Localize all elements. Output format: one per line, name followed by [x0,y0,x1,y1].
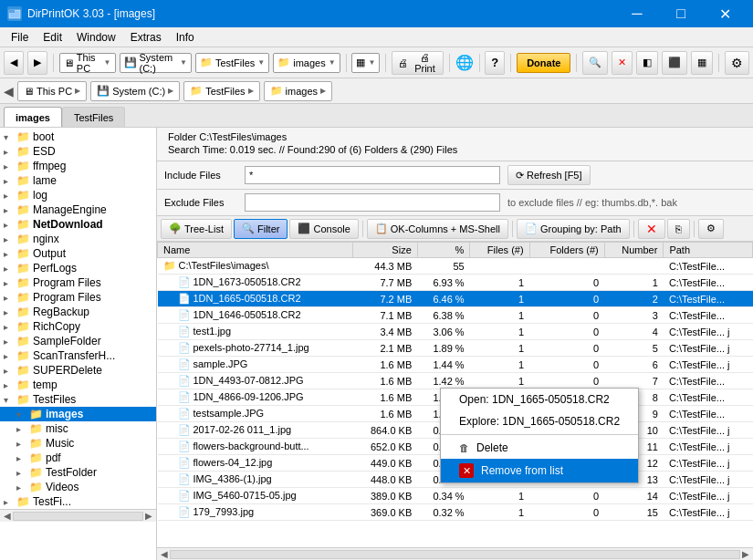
table-row[interactable]: 📄test1.jpg3.4 MB3.06 %104C:\TestFile... … [158,324,753,340]
folder-icon: 📁 [16,262,30,275]
table-row[interactable]: 📄sample.JPG1.6 MB1.44 %106C:\TestFile...… [158,357,753,373]
tree-item[interactable]: ▸📁Videos [0,480,156,494]
exclude-files-input[interactable] [245,193,500,212]
view-dropdown[interactable]: ▦ ▼ [351,53,380,73]
ctx-explore[interactable]: Explore: 1DN_1665-050518.CR2 [441,410,638,432]
search-button[interactable]: 🔍 [582,51,608,75]
tree-item[interactable]: ▸📁RegBackup [0,305,156,319]
minimize-button[interactable]: ─ [616,0,658,27]
ctx-delete[interactable]: 🗑 Delete [441,437,638,459]
ctx-remove[interactable]: ✕ Remove from list [441,459,638,482]
tree-scroll-left[interactable]: ◀ [4,511,11,521]
tree-item[interactable]: ▸📁SampleFolder [0,334,156,348]
tree-item[interactable]: ▸📁log [0,188,156,202]
back-button[interactable]: ◀ [4,51,24,75]
tree-item[interactable]: ▸📁PerfLogs [0,261,156,275]
menu-extras[interactable]: Extras [123,29,169,46]
tree-item[interactable]: ▸📁ScanTransferH... [0,348,156,363]
stop-button[interactable]: ✕ [612,51,633,75]
folder-icon: 📁 [29,481,43,493]
maximize-button[interactable]: □ [660,0,702,27]
expand-icon: ▸ [4,307,16,317]
table-row[interactable]: 📄1DN_1646-050518.CR27.1 MB6.38 %103C:\Te… [158,307,753,324]
extra-button[interactable]: ⚙ [725,51,749,75]
folder-icon: 📁 [16,218,30,231]
hscroll-right[interactable]: ▶ [742,549,749,559]
tree-item[interactable]: ▸📁temp [0,378,156,392]
col-files[interactable]: Files (#) [470,243,529,258]
refresh-button[interactable]: ⟳ Refresh [F5] [507,165,591,185]
col-pct[interactable]: % [417,243,469,258]
tree-item[interactable]: ▾📁images [0,407,156,421]
ok-columns-button[interactable]: 📋 OK-Columns + MS-Shell [367,219,508,239]
tree-item[interactable]: ▸📁lame [0,173,156,188]
tree-item[interactable]: ▸📁Music [0,436,156,451]
col-number[interactable]: Number [604,243,664,258]
console-button[interactable]: ⬛ Console [289,219,358,239]
menu-window[interactable]: Window [69,29,123,46]
copy-button[interactable]: ⎘ [667,219,690,239]
filter-button[interactable]: 🔍 Filter [234,219,288,239]
table-row[interactable]: 📁C:\TestFiles\images\44.3 MB55C:\TestFil… [158,258,753,275]
hscroll-left[interactable]: ◀ [161,549,168,559]
tree-item[interactable]: ▸📁misc [0,421,156,436]
tree-item[interactable]: ▸📁Program Files [0,275,156,290]
tree-list-button[interactable]: 🌳 Tree-List [161,219,232,239]
tree-item[interactable]: ▸📁NetDownload [0,217,156,232]
images-segment[interactable]: 📁 images ▶ [264,81,332,101]
thispc-segment[interactable]: 🖥 This PC ▶ [17,81,87,101]
systemc-segment[interactable]: 💾 System (C:) ▶ [90,81,180,101]
table-row[interactable]: 📄pexels-photo-27714_1.jpg2.1 MB1.89 %105… [158,340,753,357]
tree-item[interactable]: ▾📁TestFiles [0,392,156,407]
table-row[interactable]: 📄1DN_4493-07-0812.JPG1.6 MB1.42 %107C:\T… [158,373,753,389]
close-button[interactable]: ✕ [704,0,746,27]
tree-item[interactable]: ▸📁SUPERDelete [0,363,156,378]
menu-info[interactable]: Info [169,29,202,46]
table-row[interactable]: 📄179_7993.jpg369.0 KB0.32 %1015C:\TestFi… [158,504,753,521]
chevron-down-icon-5: ▼ [368,58,375,67]
menu-edit[interactable]: Edit [36,29,69,46]
donate-button[interactable]: Donate [517,53,570,73]
delete-toolbar-button[interactable]: ✕ [638,219,665,239]
include-files-input[interactable] [245,166,500,184]
tree-item[interactable]: ▾📁boot [0,130,156,144]
tree-item[interactable]: ▸📁TestFolder [0,465,156,480]
tree-scroll-right[interactable]: ▶ [145,511,152,521]
forward-button[interactable]: ▶ [27,51,47,75]
help-button[interactable]: ? [485,51,505,75]
table-row[interactable]: 📄IMG_5460-0715-05.jpg389.0 KB0.34 %1014C… [158,488,753,504]
ctx-open[interactable]: Open: 1DN_1665-050518.CR2 [441,389,638,410]
col-size[interactable]: Size [352,243,417,258]
tree-item[interactable]: ▸📁RichCopy [0,319,156,334]
print-button[interactable]: 🖨 🖨 Print [392,51,444,75]
tree-item[interactable]: ▸📁ffmpeg [0,159,156,173]
tab-testfiles[interactable]: TestFiles [62,107,125,127]
tree-item[interactable]: ▸📁TestFi... [0,494,156,509]
grouping-button[interactable]: 📄 Grouping by: Path [517,219,630,239]
tree-item[interactable]: ▸📁ManageEngine [0,202,156,217]
tree-item[interactable]: ▸📁ESD [0,144,156,159]
options-button3[interactable]: ▦ [691,51,713,75]
tree-item[interactable]: ▸📁pdf [0,451,156,465]
images-dropdown[interactable]: 📁 images ▼ [273,53,340,73]
config-button[interactable]: ⚙ [698,219,724,239]
file-list[interactable]: Name Size % Files (#) Folders (#) Number… [157,242,753,547]
tab-images[interactable]: images [4,107,62,127]
tree-item[interactable]: ▸📁nginx [0,232,156,246]
col-folders[interactable]: Folders (#) [529,243,604,258]
this-pc-dropdown[interactable]: 🖥 This PC ▼ [59,53,116,73]
testfiles-dropdown[interactable]: 📁 TestFiles ▼ [195,53,269,73]
exclude-files-label: Exclude Files [164,197,237,208]
system-c-dropdown[interactable]: 💾 System (C:) ▼ [120,53,192,73]
table-row[interactable]: 📄1DN_1665-050518.CR27.2 MB6.46 %102C:\Te… [158,291,753,307]
testfiles-segment[interactable]: 📁 TestFiles ▶ [183,81,259,101]
options-button2[interactable]: ⬛ [662,51,687,75]
grouping-icon: 📄 [525,223,538,234]
menu-file[interactable]: File [4,29,36,46]
col-path[interactable]: Path [664,243,753,258]
tree-item[interactable]: ▸📁Program Files [0,290,156,305]
col-name[interactable]: Name [158,243,353,258]
options-button1[interactable]: ◧ [636,51,658,75]
tree-item[interactable]: ▸📁Output [0,246,156,261]
table-row[interactable]: 📄1DN_1673-050518.CR27.7 MB6.93 %101C:\Te… [158,275,753,291]
